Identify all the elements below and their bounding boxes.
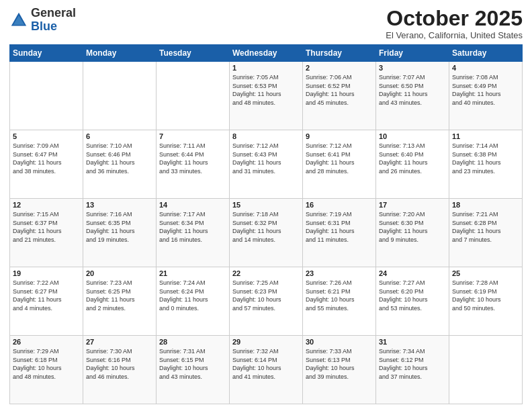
day-number: 11 bbox=[452, 132, 519, 140]
calendar-cell bbox=[449, 336, 523, 404]
calendar-cell: 24Sunrise: 7:27 AM Sunset: 6:20 PM Dayli… bbox=[376, 267, 449, 336]
page: General Blue October 2025 El Verano, Cal… bbox=[0, 0, 532, 411]
day-number: 23 bbox=[306, 269, 373, 277]
day-info: Sunrise: 7:23 AM Sunset: 6:25 PM Dayligh… bbox=[86, 279, 153, 312]
day-info: Sunrise: 7:32 AM Sunset: 6:14 PM Dayligh… bbox=[232, 347, 300, 381]
calendar-header-wednesday: Wednesday bbox=[230, 45, 303, 62]
calendar-cell: 14Sunrise: 7:17 AM Sunset: 6:34 PM Dayli… bbox=[157, 199, 230, 267]
day-info: Sunrise: 7:08 AM Sunset: 6:49 PM Dayligh… bbox=[452, 73, 519, 107]
day-number: 7 bbox=[159, 132, 226, 140]
calendar-cell: 23Sunrise: 7:26 AM Sunset: 6:21 PM Dayli… bbox=[303, 267, 376, 336]
day-number: 12 bbox=[13, 201, 80, 209]
calendar-week-row: 1Sunrise: 7:05 AM Sunset: 6:53 PM Daylig… bbox=[10, 62, 523, 130]
calendar-cell: 29Sunrise: 7:32 AM Sunset: 6:14 PM Dayli… bbox=[230, 336, 303, 404]
day-number: 30 bbox=[306, 338, 373, 346]
calendar-cell: 13Sunrise: 7:16 AM Sunset: 6:35 PM Dayli… bbox=[83, 199, 157, 267]
header: General Blue October 2025 El Verano, Cal… bbox=[9, 7, 523, 40]
day-info: Sunrise: 7:06 AM Sunset: 6:52 PM Dayligh… bbox=[306, 73, 373, 107]
day-number: 17 bbox=[379, 201, 446, 209]
day-info: Sunrise: 7:34 AM Sunset: 6:12 PM Dayligh… bbox=[379, 347, 446, 381]
day-info: Sunrise: 7:29 AM Sunset: 6:18 PM Dayligh… bbox=[13, 347, 80, 381]
calendar-cell: 25Sunrise: 7:28 AM Sunset: 6:19 PM Dayli… bbox=[449, 267, 523, 336]
subtitle: El Verano, California, United States bbox=[386, 30, 523, 40]
day-number: 3 bbox=[379, 64, 446, 72]
title-block: October 2025 El Verano, California, Unit… bbox=[386, 7, 523, 40]
day-info: Sunrise: 7:31 AM Sunset: 6:15 PM Dayligh… bbox=[159, 347, 226, 381]
day-info: Sunrise: 7:18 AM Sunset: 6:32 PM Dayligh… bbox=[232, 210, 300, 244]
day-number: 15 bbox=[232, 201, 300, 209]
day-info: Sunrise: 7:26 AM Sunset: 6:21 PM Dayligh… bbox=[306, 279, 373, 312]
logo-general: General bbox=[31, 6, 76, 19]
calendar-header-monday: Monday bbox=[83, 45, 157, 62]
calendar-cell: 30Sunrise: 7:33 AM Sunset: 6:13 PM Dayli… bbox=[303, 336, 376, 404]
day-number: 14 bbox=[159, 201, 226, 209]
day-number: 10 bbox=[379, 132, 446, 140]
calendar-week-row: 5Sunrise: 7:09 AM Sunset: 6:47 PM Daylig… bbox=[10, 130, 523, 199]
day-number: 27 bbox=[86, 338, 153, 346]
calendar-cell: 7Sunrise: 7:11 AM Sunset: 6:44 PM Daylig… bbox=[157, 130, 230, 199]
calendar-cell: 20Sunrise: 7:23 AM Sunset: 6:25 PM Dayli… bbox=[83, 267, 157, 336]
calendar-header-saturday: Saturday bbox=[449, 45, 523, 62]
day-info: Sunrise: 7:10 AM Sunset: 6:46 PM Dayligh… bbox=[86, 142, 153, 175]
day-info: Sunrise: 7:19 AM Sunset: 6:31 PM Dayligh… bbox=[306, 210, 373, 244]
calendar-cell: 9Sunrise: 7:12 AM Sunset: 6:41 PM Daylig… bbox=[303, 130, 376, 199]
calendar-cell: 27Sunrise: 7:30 AM Sunset: 6:16 PM Dayli… bbox=[83, 336, 157, 404]
day-info: Sunrise: 7:16 AM Sunset: 6:35 PM Dayligh… bbox=[86, 210, 153, 244]
day-info: Sunrise: 7:11 AM Sunset: 6:44 PM Dayligh… bbox=[159, 142, 226, 175]
calendar-week-row: 26Sunrise: 7:29 AM Sunset: 6:18 PM Dayli… bbox=[10, 336, 523, 404]
day-number: 13 bbox=[86, 201, 153, 209]
day-number: 20 bbox=[86, 269, 153, 277]
day-number: 19 bbox=[13, 269, 80, 277]
day-number: 18 bbox=[452, 201, 519, 209]
day-number: 29 bbox=[232, 338, 300, 346]
day-number: 16 bbox=[306, 201, 373, 209]
calendar-header-row: SundayMondayTuesdayWednesdayThursdayFrid… bbox=[10, 45, 523, 62]
day-info: Sunrise: 7:25 AM Sunset: 6:23 PM Dayligh… bbox=[232, 279, 300, 312]
day-info: Sunrise: 7:20 AM Sunset: 6:30 PM Dayligh… bbox=[379, 210, 446, 244]
calendar-header-thursday: Thursday bbox=[303, 45, 376, 62]
calendar-cell: 18Sunrise: 7:21 AM Sunset: 6:28 PM Dayli… bbox=[449, 199, 523, 267]
calendar-cell: 22Sunrise: 7:25 AM Sunset: 6:23 PM Dayli… bbox=[230, 267, 303, 336]
day-info: Sunrise: 7:17 AM Sunset: 6:34 PM Dayligh… bbox=[159, 210, 226, 244]
calendar-cell: 5Sunrise: 7:09 AM Sunset: 6:47 PM Daylig… bbox=[10, 130, 83, 199]
day-info: Sunrise: 7:28 AM Sunset: 6:19 PM Dayligh… bbox=[452, 279, 519, 312]
calendar-cell: 16Sunrise: 7:19 AM Sunset: 6:31 PM Dayli… bbox=[303, 199, 376, 267]
day-info: Sunrise: 7:05 AM Sunset: 6:53 PM Dayligh… bbox=[232, 73, 300, 107]
day-number: 25 bbox=[452, 269, 519, 277]
calendar-cell: 17Sunrise: 7:20 AM Sunset: 6:30 PM Dayli… bbox=[376, 199, 449, 267]
calendar-cell: 3Sunrise: 7:07 AM Sunset: 6:50 PM Daylig… bbox=[376, 62, 449, 130]
day-info: Sunrise: 7:12 AM Sunset: 6:41 PM Dayligh… bbox=[306, 142, 373, 175]
calendar-cell: 10Sunrise: 7:13 AM Sunset: 6:40 PM Dayli… bbox=[376, 130, 449, 199]
calendar-header-sunday: Sunday bbox=[10, 45, 83, 62]
calendar-cell: 2Sunrise: 7:06 AM Sunset: 6:52 PM Daylig… bbox=[303, 62, 376, 130]
day-number: 8 bbox=[232, 132, 300, 140]
day-info: Sunrise: 7:33 AM Sunset: 6:13 PM Dayligh… bbox=[306, 347, 373, 381]
calendar-cell: 12Sunrise: 7:15 AM Sunset: 6:37 PM Dayli… bbox=[10, 199, 83, 267]
calendar-cell: 11Sunrise: 7:14 AM Sunset: 6:38 PM Dayli… bbox=[449, 130, 523, 199]
day-number: 4 bbox=[452, 64, 519, 72]
month-title: October 2025 bbox=[386, 7, 523, 30]
day-number: 1 bbox=[232, 64, 300, 72]
calendar-cell: 1Sunrise: 7:05 AM Sunset: 6:53 PM Daylig… bbox=[230, 62, 303, 130]
calendar-cell: 21Sunrise: 7:24 AM Sunset: 6:24 PM Dayli… bbox=[157, 267, 230, 336]
day-number: 9 bbox=[306, 132, 373, 140]
calendar-cell: 15Sunrise: 7:18 AM Sunset: 6:32 PM Dayli… bbox=[230, 199, 303, 267]
calendar-cell: 4Sunrise: 7:08 AM Sunset: 6:49 PM Daylig… bbox=[449, 62, 523, 130]
day-info: Sunrise: 7:14 AM Sunset: 6:38 PM Dayligh… bbox=[452, 142, 519, 175]
day-info: Sunrise: 7:24 AM Sunset: 6:24 PM Dayligh… bbox=[159, 279, 226, 312]
day-info: Sunrise: 7:07 AM Sunset: 6:50 PM Dayligh… bbox=[379, 73, 446, 107]
day-number: 2 bbox=[306, 64, 373, 72]
day-info: Sunrise: 7:30 AM Sunset: 6:16 PM Dayligh… bbox=[86, 347, 153, 381]
calendar-week-row: 19Sunrise: 7:22 AM Sunset: 6:27 PM Dayli… bbox=[10, 267, 523, 336]
day-info: Sunrise: 7:09 AM Sunset: 6:47 PM Dayligh… bbox=[13, 142, 80, 175]
calendar-cell bbox=[10, 62, 83, 130]
logo-text: General Blue bbox=[31, 7, 76, 34]
day-number: 22 bbox=[232, 269, 300, 277]
calendar-cell bbox=[83, 62, 157, 130]
calendar-cell: 26Sunrise: 7:29 AM Sunset: 6:18 PM Dayli… bbox=[10, 336, 83, 404]
day-info: Sunrise: 7:15 AM Sunset: 6:37 PM Dayligh… bbox=[13, 210, 80, 244]
day-number: 5 bbox=[13, 132, 80, 140]
calendar-header-friday: Friday bbox=[376, 45, 449, 62]
day-number: 6 bbox=[86, 132, 153, 140]
calendar-cell bbox=[157, 62, 230, 130]
